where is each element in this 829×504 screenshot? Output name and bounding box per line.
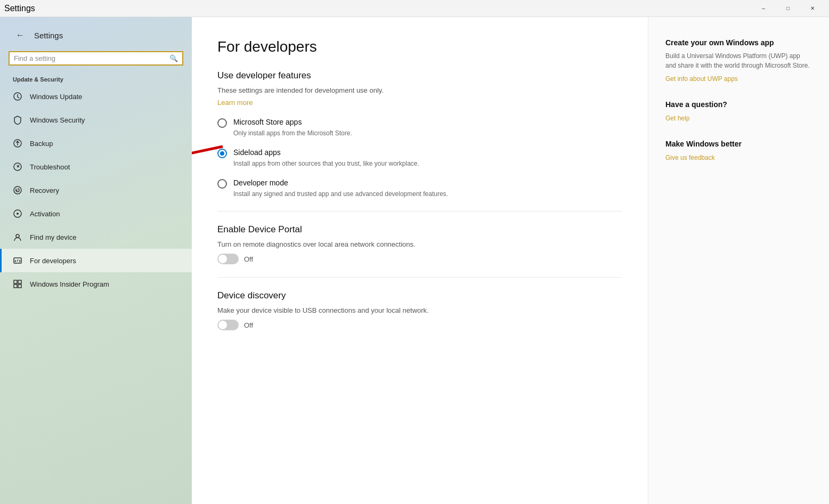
device-discovery-toggle-label: Off [244,321,253,329]
panel-uwp-desc: Build a Universal Windows Platform (UWP)… [665,51,812,70]
panel-question-title: Have a question? [665,100,812,109]
search-input[interactable] [14,54,169,62]
titlebar-controls: – □ ✕ [751,0,825,17]
titlebar: Settings – □ ✕ [0,0,829,17]
sidebar-item-troubleshoot[interactable]: Troubleshoot [0,155,192,178]
content: For developers Use developer features Th… [192,17,829,504]
radio-desc-sideload: Install apps from other sources that you… [233,160,419,167]
divider-2 [217,277,622,278]
recovery-icon [13,185,22,195]
panel-uwp-title: Create your own Windows app [665,38,812,47]
sidebar-item-backup[interactable]: Backup [0,132,192,155]
learn-more-link[interactable]: Learn more [217,99,253,107]
svg-rect-8 [14,280,17,283]
radio-label-microsoft-store: Microsoft Store apps [233,118,352,126]
sidebar-item-label-troubleshoot: Troubleshoot [30,163,70,171]
find-my-device-icon [13,232,22,242]
windows-security-icon [13,115,22,125]
device-portal-title: Enable Device Portal [217,224,622,235]
radio-option-microsoft-store: Microsoft Store apps Only install apps f… [217,118,622,137]
radio-group: Microsoft Store apps Only install apps f… [217,118,622,198]
device-discovery-desc: Make your device visible to USB connecti… [217,306,622,314]
device-portal-toggle-row: Off [217,254,622,264]
radio-option-developer-mode: Developer mode Install any signed and tr… [217,178,622,198]
titlebar-title: Settings [4,4,35,13]
sidebar-item-activation[interactable]: Activation [0,202,192,225]
svg-point-5 [17,213,19,215]
give-feedback-link[interactable]: Give us feedback [665,154,715,161]
sidebar-item-label-for-developers: For developers [30,257,76,265]
sidebar-item-find-my-device[interactable]: Find my device [0,225,192,249]
search-icon: 🔍 [169,54,178,62]
panel-section-question: Have a question? Get help [665,100,812,123]
radio-option-sideload: Sideload apps Install apps from other so… [217,148,622,168]
right-panel: Create your own Windows app Build a Univ… [648,17,829,504]
back-button[interactable]: ← [13,28,28,43]
sidebar-item-label-recovery: Recovery [30,186,59,194]
sidebar-item-label-windows-security: Windows Security [30,116,85,124]
svg-rect-10 [14,284,17,288]
sidebar-header: ← Settings [0,17,192,47]
svg-point-6 [16,234,19,238]
radio-desc-microsoft-store: Only install apps from the Microsoft Sto… [233,129,352,137]
get-info-uwp-link[interactable]: Get info about UWP apps [665,75,738,83]
sidebar: ← Settings 🔍 Update & Security Windows U… [0,17,192,504]
maximize-button[interactable]: □ [776,0,800,17]
svg-rect-9 [18,280,21,283]
device-portal-desc: Turn on remote diagnostics over local ar… [217,240,622,248]
panel-section-uwp: Create your own Windows app Build a Univ… [665,38,812,83]
nav-list: Windows UpdateWindows SecurityBackupTrou… [0,85,192,296]
sidebar-item-label-windows-update: Windows Update [30,93,82,101]
get-help-link[interactable]: Get help [665,115,689,122]
radio-developer-mode[interactable] [217,179,227,189]
sidebar-item-recovery[interactable]: Recovery [0,178,192,202]
device-discovery-title: Device discovery [217,290,622,301]
sidebar-item-windows-insider[interactable]: Windows Insider Program [0,272,192,296]
troubleshoot-icon [13,162,22,172]
divider-1 [217,211,622,212]
radio-desc-developer-mode: Install any signed and trusted app and u… [233,190,448,198]
use-developer-features-title: Use developer features [217,70,622,81]
sidebar-item-for-developers[interactable]: For developers [0,249,192,272]
windows-insider-icon [13,279,22,289]
use-developer-features-desc: These settings are intended for developm… [217,86,622,94]
sidebar-item-label-find-my-device: Find my device [30,233,76,241]
radio-text-developer-mode: Developer mode Install any signed and tr… [233,178,448,198]
windows-update-icon [13,92,22,101]
radio-label-developer-mode: Developer mode [233,178,448,187]
backup-icon [13,139,22,148]
device-discovery-toggle[interactable] [217,320,239,330]
radio-text-microsoft-store: Microsoft Store apps Only install apps f… [233,118,352,137]
panel-feedback-title: Make Windows better [665,140,812,148]
minimize-button[interactable]: – [751,0,776,17]
activation-icon [13,209,22,218]
sidebar-item-label-windows-insider: Windows Insider Program [30,280,109,288]
radio-microsoft-store[interactable] [217,118,227,128]
annotation-arrow [192,136,233,200]
radio-label-sideload: Sideload apps [233,148,419,157]
panel-section-feedback: Make Windows better Give us feedback [665,140,812,162]
radio-sideload[interactable] [217,149,227,158]
sidebar-item-label-backup: Backup [30,140,53,148]
close-button[interactable]: ✕ [800,0,825,17]
sidebar-app-title: Settings [34,31,63,40]
radio-text-sideload: Sideload apps Install apps from other so… [233,148,419,168]
sidebar-item-label-activation: Activation [30,210,60,218]
device-portal-toggle-label: Off [244,255,253,263]
main-content: For developers Use developer features Th… [192,17,648,504]
device-discovery-toggle-row: Off [217,320,622,330]
page-title: For developers [217,38,622,55]
device-portal-toggle[interactable] [217,254,239,264]
svg-rect-11 [18,284,21,288]
section-label: Update & Security [0,72,192,85]
sidebar-item-windows-update[interactable]: Windows Update [0,85,192,108]
sidebar-item-windows-security[interactable]: Windows Security [0,108,192,132]
for-developers-icon [13,256,22,265]
search-box[interactable]: 🔍 [9,51,183,66]
titlebar-left: Settings [4,4,35,13]
app-body: ← Settings 🔍 Update & Security Windows U… [0,17,829,504]
